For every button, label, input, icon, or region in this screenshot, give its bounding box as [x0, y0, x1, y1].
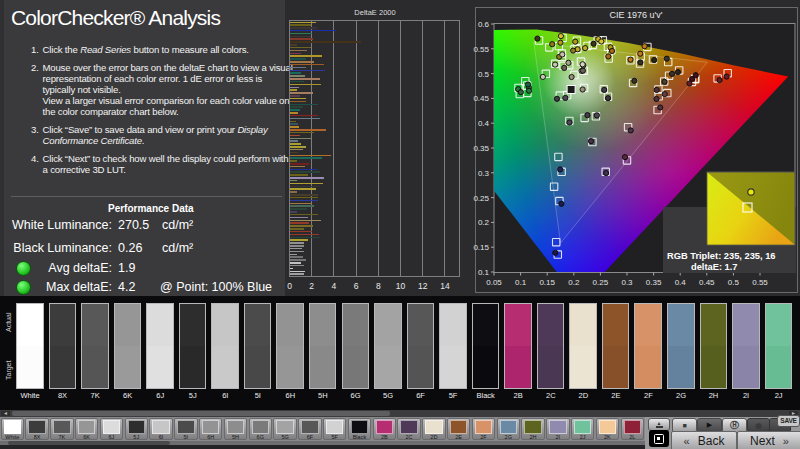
svg-text:0.25: 0.25 — [593, 278, 609, 287]
svg-text:14: 14 — [440, 281, 450, 291]
svg-text:0.6: 0.6 — [478, 20, 490, 29]
svg-text:0.35: 0.35 — [473, 144, 489, 153]
svg-text:0.5: 0.5 — [728, 278, 740, 287]
svg-text:2: 2 — [309, 281, 314, 291]
svg-text:0.25: 0.25 — [473, 194, 489, 203]
svg-text:8: 8 — [376, 281, 381, 291]
svg-text:0.2: 0.2 — [568, 278, 580, 287]
svg-text:0.45: 0.45 — [473, 94, 489, 103]
svg-text:12: 12 — [418, 281, 428, 291]
svg-text:4: 4 — [332, 281, 337, 291]
svg-text:0.4: 0.4 — [478, 119, 490, 128]
svg-text:0.1: 0.1 — [478, 268, 490, 277]
svg-text:0.55: 0.55 — [752, 278, 768, 287]
svg-text:0.4: 0.4 — [675, 278, 687, 287]
svg-text:0.45: 0.45 — [699, 278, 715, 287]
svg-text:0.5: 0.5 — [478, 70, 490, 79]
svg-text:0: 0 — [287, 281, 292, 291]
svg-text:10: 10 — [396, 281, 406, 291]
svg-text:0.15: 0.15 — [473, 243, 489, 252]
svg-text:6: 6 — [354, 281, 359, 291]
svg-text:0.2: 0.2 — [478, 218, 490, 227]
svg-text:0.15: 0.15 — [539, 278, 555, 287]
svg-text:deltaE: 1.7: deltaE: 1.7 — [691, 262, 738, 272]
svg-text:0.1: 0.1 — [515, 278, 527, 287]
svg-text:0.05: 0.05 — [486, 278, 502, 287]
svg-text:0.35: 0.35 — [646, 278, 662, 287]
svg-text:0.3: 0.3 — [621, 278, 633, 287]
svg-text:DeltaE 2000: DeltaE 2000 — [354, 8, 395, 17]
svg-text:0.55: 0.55 — [473, 45, 489, 54]
svg-text:0.3: 0.3 — [478, 169, 490, 178]
svg-text:RGB Triplet: 235, 235, 16: RGB Triplet: 235, 235, 16 — [667, 251, 776, 261]
svg-text:CIE 1976 u'v': CIE 1976 u'v' — [610, 10, 663, 20]
